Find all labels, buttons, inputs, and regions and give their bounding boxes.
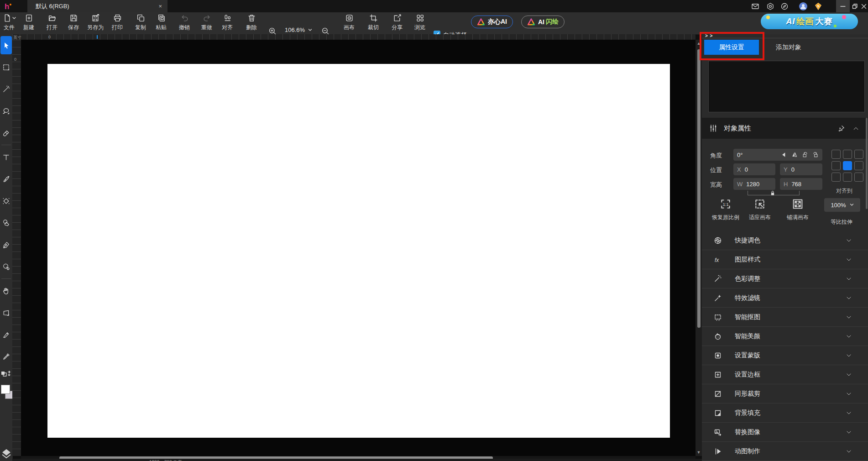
- marquee-tool[interactable]: [0, 56, 12, 78]
- section-color-adjust[interactable]: 色彩调整: [702, 269, 868, 288]
- smudge-tool[interactable]: [0, 212, 12, 234]
- height-input[interactable]: H 768: [780, 178, 822, 190]
- section-replace-image[interactable]: 替换图像: [702, 423, 868, 442]
- toolbar-browse[interactable]: 浏览: [410, 14, 430, 34]
- toolbar-file[interactable]: 文件: [0, 14, 19, 34]
- ai-primary-button[interactable]: 亦心AI: [471, 16, 513, 28]
- section-mask[interactable]: 设置蒙版: [702, 346, 868, 365]
- vertical-ruler[interactable]: 0: [12, 40, 21, 456]
- hand-tool[interactable]: [0, 280, 12, 302]
- copy-icon: [136, 14, 145, 22]
- panel-collapse-control[interactable]: > >: [705, 33, 713, 38]
- align-cell-center[interactable]: [843, 161, 852, 170]
- border-icon: [714, 371, 722, 379]
- angle-input[interactable]: 0°: [733, 149, 822, 161]
- scroll-up-icon[interactable]: ▲: [695, 41, 702, 46]
- width-input[interactable]: W 1280: [733, 178, 775, 190]
- flip-vertical-icon[interactable]: [791, 152, 798, 158]
- lasso-tool[interactable]: [0, 100, 12, 122]
- toolbar-undo[interactable]: 撤销: [174, 14, 194, 34]
- flip-horizontal-icon[interactable]: [781, 152, 787, 158]
- align-cell[interactable]: [854, 173, 863, 182]
- vertical-scrollbar-thumb[interactable]: [697, 49, 701, 328]
- shape-crop-icon: [714, 390, 722, 398]
- text-tool[interactable]: [0, 146, 12, 168]
- align-cell[interactable]: [831, 161, 841, 170]
- select-tool[interactable]: [0, 36, 12, 54]
- section-smart-matting[interactable]: 智能抠图: [702, 308, 868, 327]
- align-cell[interactable]: [854, 161, 863, 170]
- document-tab[interactable]: 默认 6(RGB) ×: [27, 0, 167, 12]
- toolbar-save[interactable]: 保存: [63, 14, 84, 34]
- tab-close-icon[interactable]: ×: [158, 3, 162, 10]
- toolbar-align[interactable]: 对齐: [217, 14, 237, 34]
- toolbar-paste[interactable]: 粘贴: [151, 14, 171, 34]
- rotate-right-icon[interactable]: [812, 152, 819, 158]
- lock-icon[interactable]: [769, 190, 776, 196]
- section-effects-filter[interactable]: 特效滤镜: [702, 288, 868, 308]
- ruler-origin-label: 0: [14, 57, 16, 62]
- magic-wand-tool[interactable]: [0, 78, 12, 100]
- panel-scrollbar-thumb[interactable]: [866, 118, 868, 209]
- section-quick-color[interactable]: 快捷调色: [702, 231, 868, 250]
- toolbar-open[interactable]: 打开: [42, 14, 62, 34]
- align-cell[interactable]: [843, 173, 852, 182]
- foreground-color-swatch[interactable]: [1, 385, 10, 394]
- close-button[interactable]: [857, 0, 868, 12]
- compass-icon[interactable]: [780, 2, 789, 10]
- toolbar-redo[interactable]: 重做: [197, 14, 217, 34]
- pin-icon[interactable]: [838, 125, 845, 132]
- section-border[interactable]: 设置边框: [702, 365, 868, 384]
- toolbar-delete[interactable]: 删除: [241, 14, 261, 34]
- tab-add-object[interactable]: 添加对象: [761, 40, 816, 55]
- restore-ratio-button[interactable]: 1:1 恢复原比例: [712, 198, 739, 221]
- align-cell[interactable]: [854, 150, 863, 159]
- y-input[interactable]: Y 0: [780, 163, 822, 175]
- toolbar-print[interactable]: 打印: [107, 14, 127, 34]
- ai-contest-banner[interactable]: AI 绘画 大赛: [761, 14, 858, 29]
- rotate-left-icon[interactable]: [802, 152, 808, 158]
- align-cell[interactable]: [831, 150, 841, 159]
- avatar[interactable]: [799, 2, 807, 10]
- toolbar-save-as[interactable]: 另存为: [84, 14, 106, 34]
- pattern-eraser-tool[interactable]: [0, 190, 12, 212]
- zoom-value-dropdown[interactable]: 106.6%: [285, 26, 317, 33]
- ai-flash-button[interactable]: AI 闪绘: [521, 16, 565, 28]
- toolbar-crop[interactable]: 裁切: [363, 14, 383, 34]
- section-gif-maker[interactable]: 动图制作: [702, 442, 868, 461]
- section-layer-style[interactable]: fx 图层样式: [702, 250, 868, 269]
- x-input[interactable]: X 0: [733, 163, 775, 175]
- scale-percent-dropdown[interactable]: 100%: [824, 198, 860, 212]
- scroll-down-icon[interactable]: ▼: [695, 450, 702, 455]
- eyedropper-tool[interactable]: [0, 346, 12, 367]
- toolbar-copy[interactable]: 复制: [131, 14, 151, 34]
- tab-properties[interactable]: 属性设置: [704, 40, 759, 55]
- mail-icon[interactable]: [751, 2, 759, 10]
- settings-icon[interactable]: [766, 2, 774, 10]
- fill-canvas-button[interactable]: 铺满画布: [787, 198, 809, 221]
- pen-tool[interactable]: [0, 234, 12, 256]
- object-properties-header[interactable]: 对象属性: [702, 118, 868, 139]
- swap-colors-icon[interactable]: [1, 371, 12, 381]
- fit-canvas-button[interactable]: 适应画布: [749, 198, 771, 221]
- gem-icon[interactable]: S: [814, 2, 822, 10]
- chevron-down-icon: [846, 238, 852, 243]
- collapse-section-icon[interactable]: [853, 126, 859, 131]
- toolbar-new[interactable]: 新建: [19, 14, 39, 34]
- eraser-tool[interactable]: [0, 122, 12, 144]
- section-bg-fill[interactable]: 背景填充: [702, 403, 868, 423]
- perspective-tool[interactable]: [0, 302, 12, 324]
- align-cell[interactable]: [843, 150, 852, 159]
- section-shape-crop[interactable]: 同形裁剪: [702, 384, 868, 403]
- toolbar-share[interactable]: 分享: [387, 14, 407, 34]
- fill-canvas-icon: [792, 198, 804, 210]
- horizontal-ruler[interactable]: 英寸 0: [12, 34, 695, 40]
- blade-tool[interactable]: [0, 324, 12, 346]
- align-cell[interactable]: [831, 173, 841, 182]
- brush-tool[interactable]: [0, 168, 12, 190]
- section-smart-beauty[interactable]: 智能美颜: [702, 327, 868, 346]
- document-canvas[interactable]: [47, 64, 670, 438]
- toolbar-canvas[interactable]: 画布: [339, 14, 359, 34]
- node-edit-tool[interactable]: [0, 256, 12, 278]
- layers-diamond-icon[interactable]: [1, 449, 11, 460]
